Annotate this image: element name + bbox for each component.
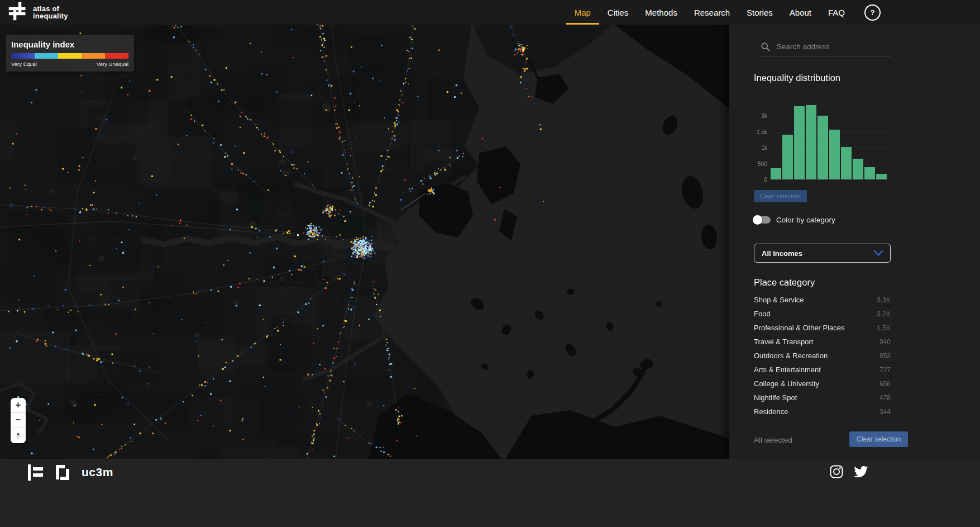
category-row-outdoors-recreation[interactable]: Outdoors & Recreation853 — [754, 349, 891, 363]
clear-selection-button-top[interactable]: Clear selection — [754, 190, 807, 202]
category-count: 940 — [879, 338, 891, 346]
twitter-icon[interactable] — [854, 466, 868, 478]
compass-south-icon: ▽ — [16, 436, 20, 440]
histogram-gridline — [769, 179, 888, 180]
legend-segment — [35, 53, 58, 59]
legend-segment — [105, 53, 128, 59]
category-count: 3.3K — [877, 296, 891, 304]
map-zoom-control: + − ▲▽ — [11, 398, 26, 443]
nav-item-about[interactable]: About — [781, 0, 820, 25]
category-count: 656 — [879, 380, 891, 388]
nav-item-methods[interactable]: Methods — [637, 0, 686, 25]
histogram-bar-4[interactable] — [818, 116, 828, 179]
chevron-down-icon — [873, 250, 883, 257]
category-row-arts-entertainment[interactable]: Arts & Entertainment727 — [754, 363, 891, 377]
category-label: Food — [754, 310, 771, 318]
category-label: Residence — [754, 407, 788, 416]
compass-button[interactable]: ▲▽ — [11, 428, 26, 443]
legend-segment — [82, 53, 105, 59]
brand-logo-icon — [8, 1, 28, 24]
search-icon — [761, 42, 770, 51]
inequality-index-legend: Inequality index Very Equal Very Unequal — [6, 35, 134, 72]
uc3m-logo[interactable]: uc3m — [82, 466, 113, 479]
category-label: Shop & Service — [754, 296, 804, 304]
category-count: 853 — [879, 352, 891, 360]
category-label: College & University — [754, 379, 819, 388]
category-row-college-university[interactable]: College & University656 — [754, 377, 891, 391]
brand[interactable]: atlas of inequality — [8, 1, 68, 24]
color-by-category-label: Color by category — [776, 216, 835, 224]
media-lab-logo-icon[interactable] — [28, 464, 43, 481]
category-count: 727 — [879, 366, 891, 374]
clear-selection-button-bottom[interactable]: Clear selection — [849, 431, 908, 447]
help-button[interactable]: ? — [864, 4, 881, 21]
zoom-in-button[interactable]: + — [11, 398, 26, 413]
nav-item-cities[interactable]: Cities — [599, 0, 637, 25]
category-row-professional-other-places[interactable]: Professional & Other Places1.5K — [754, 321, 891, 335]
search-input[interactable] — [777, 42, 891, 51]
nav-item-map[interactable]: Map — [566, 0, 599, 25]
place-category-title: Place category — [754, 277, 815, 288]
footer: uc3m — [0, 459, 980, 527]
category-label: Travel & Transport — [754, 338, 813, 346]
footer-social — [830, 465, 868, 478]
main-nav: MapCitiesMethodsResearchStoriesAboutFAQ … — [566, 0, 881, 25]
toggle-knob-icon — [753, 215, 762, 225]
legend-gradient-bar — [11, 53, 128, 59]
income-dropdown-value: All Incomes — [762, 249, 873, 258]
atlas-of-inequality-app: atlas of inequality MapCitiesMethodsRese… — [0, 0, 980, 527]
map-canvas[interactable] — [0, 25, 729, 459]
histogram-bar-9[interactable] — [876, 174, 887, 179]
category-count: 1.5K — [877, 324, 891, 332]
legend-segment — [58, 53, 82, 59]
legend-segment — [11, 53, 35, 59]
all-selected-label: All selected — [754, 436, 792, 444]
footer-logos: uc3m — [28, 464, 113, 481]
colab-logo-icon[interactable] — [54, 464, 70, 481]
legend-title: Inequality index — [11, 40, 128, 49]
histogram-tick-label: 1.5k — [754, 129, 767, 135]
category-row-food[interactable]: Food3.2K — [754, 307, 891, 321]
histogram-bar-5[interactable] — [829, 130, 840, 179]
distribution-title: Inequality distribution — [754, 73, 840, 83]
brand-text: atlas of inequality — [33, 5, 68, 20]
histogram-bar-8[interactable] — [864, 167, 875, 179]
category-label: Outdoors & Recreation — [754, 352, 828, 360]
sidebar: Inequality distribution 05001k1.5k2k Cle… — [729, 25, 980, 459]
histogram-tick-label: 2k — [754, 113, 767, 119]
histogram-bar-6[interactable] — [841, 147, 852, 179]
category-label: Professional & Other Places — [754, 324, 845, 332]
instagram-icon[interactable] — [830, 465, 843, 478]
histogram-tick-label: 1k — [754, 145, 767, 151]
nav-item-stories[interactable]: Stories — [738, 0, 781, 25]
nav-item-research[interactable]: Research — [686, 0, 738, 25]
income-dropdown[interactable]: All Incomes — [754, 244, 891, 263]
category-label: Arts & Entertainment — [754, 365, 821, 374]
category-count: 344 — [879, 408, 891, 416]
header: atlas of inequality MapCitiesMethodsRese… — [0, 0, 980, 25]
histogram-bar-1[interactable] — [782, 135, 793, 179]
legend-left-label: Very Equal — [11, 61, 37, 67]
category-label: Nightlife Spot — [754, 393, 797, 402]
histogram-bar-2[interactable] — [794, 106, 805, 179]
histogram-tick-label: 0 — [754, 177, 767, 183]
category-row-travel-transport[interactable]: Travel & Transport940 — [754, 335, 891, 349]
histogram-tick-label: 500 — [754, 160, 767, 167]
category-count: 3.2K — [877, 310, 891, 318]
category-row-nightlife-spot[interactable]: Nightlife Spot478 — [754, 391, 891, 405]
histogram-bar-7[interactable] — [853, 159, 863, 179]
histogram-bar-3[interactable] — [806, 105, 816, 179]
histogram-bar-0[interactable] — [771, 168, 781, 179]
search-field — [761, 37, 891, 57]
category-row-shop-service[interactable]: Shop & Service3.3K — [754, 293, 891, 307]
category-count: 478 — [879, 394, 891, 402]
color-by-category-toggle[interactable] — [754, 216, 771, 224]
category-row-residence[interactable]: Residence344 — [754, 405, 891, 419]
nav-item-faq[interactable]: FAQ — [820, 0, 853, 25]
place-category-list: Shop & Service3.3KFood3.2KProfessional &… — [754, 293, 891, 419]
inequality-histogram: 05001k1.5k2k — [754, 100, 891, 179]
zoom-out-button[interactable]: − — [11, 413, 26, 428]
color-by-category-row: Color by category — [754, 216, 835, 224]
legend-right-label: Very Unequal — [97, 61, 128, 67]
